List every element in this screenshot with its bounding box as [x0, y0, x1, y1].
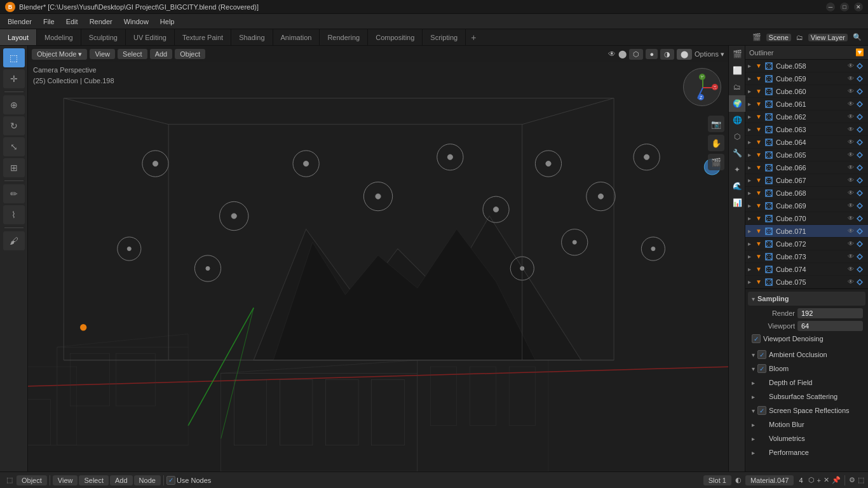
viewport-shading-render[interactable]: ⬤: [677, 49, 692, 60]
outliner-filter-icon[interactable]: 🔽: [855, 48, 864, 57]
tab-scripting[interactable]: Scripting: [423, 29, 466, 45]
outliner-item-cube-070[interactable]: ▸ ▼ Cube.070 👁: [745, 212, 868, 225]
physics-properties-tab[interactable]: 🌊: [729, 178, 745, 194]
cube-modifier-icon[interactable]: [855, 201, 864, 210]
cube-visibility-icon[interactable]: 👁: [848, 227, 854, 234]
cube-visibility-icon[interactable]: 👁: [848, 126, 854, 133]
measure-tool[interactable]: ⌇: [3, 205, 25, 224]
ao-checkbox[interactable]: ✓: [757, 350, 766, 359]
menu-blender[interactable]: Blender: [3, 17, 37, 27]
menu-file[interactable]: File: [38, 17, 60, 27]
move-tool[interactable]: ⊕: [3, 95, 25, 114]
cube-modifier-icon[interactable]: [855, 265, 864, 274]
cube-visibility-icon[interactable]: 👁: [848, 266, 854, 273]
menu-window[interactable]: Window: [119, 17, 154, 27]
paint-tool[interactable]: 🖌: [3, 231, 25, 250]
navigation-gizmo[interactable]: Y X Z: [680, 65, 724, 109]
cube-modifier-icon[interactable]: [855, 87, 864, 96]
bloom-row[interactable]: ▾ ✓ Bloom: [748, 362, 865, 376]
outliner-item-cube-072[interactable]: ▸ ▼ Cube.072 👁: [745, 238, 868, 250]
cube-modifier-icon[interactable]: [855, 176, 864, 185]
cube-visibility-icon[interactable]: 👁: [848, 189, 854, 196]
constraint-properties-tab[interactable]: 📊: [729, 194, 745, 211]
cube-modifier-icon[interactable]: [855, 240, 864, 248]
outliner-item-cube-063[interactable]: ▸ ▼ Cube.063 👁: [745, 123, 868, 136]
use-nodes-checkbox[interactable]: ✓: [166, 476, 175, 485]
bottom-view-menu[interactable]: View: [53, 475, 78, 485]
outliner-item-cube-058[interactable]: ▸ ▼ Cube.058 👁: [745, 60, 868, 72]
cube-visibility-icon[interactable]: 👁: [848, 253, 854, 260]
output-properties-tab[interactable]: ⬜: [729, 62, 745, 79]
modifier-properties-tab[interactable]: 🔧: [729, 145, 745, 161]
tab-shading[interactable]: Shading: [231, 29, 273, 45]
outliner-item-cube-062[interactable]: ▸ ▼ Cube.062 👁: [745, 111, 868, 123]
zoom-camera-button[interactable]: 📷: [708, 116, 724, 132]
pin-icon[interactable]: 📌: [832, 476, 841, 484]
search-icon[interactable]: 🔍: [850, 33, 864, 41]
menu-edit[interactable]: Edit: [61, 17, 83, 27]
tab-rendering[interactable]: Rendering: [320, 29, 368, 45]
viewport-eye-icon[interactable]: 👁: [608, 50, 616, 58]
bottom-workspace-icon[interactable]: ⬚: [4, 475, 15, 485]
performance-row[interactable]: ▸ Performance: [748, 445, 865, 459]
sampling-section-header[interactable]: ▾ Sampling: [748, 292, 865, 306]
cube-visibility-icon[interactable]: 👁: [848, 215, 854, 222]
sss-row[interactable]: ▸ Subsurface Scattering: [748, 390, 865, 403]
cube-visibility-icon[interactable]: 👁: [848, 75, 854, 82]
viewport-value[interactable]: 64: [797, 321, 863, 331]
cube-modifier-icon[interactable]: [855, 151, 864, 159]
maximize-button[interactable]: □: [840, 3, 849, 11]
annotate-tool[interactable]: ✏: [3, 184, 25, 203]
cube-visibility-icon[interactable]: 👁: [848, 151, 854, 158]
close-button[interactable]: ✕: [854, 3, 863, 11]
viewport-options-dropdown[interactable]: Options ▾: [695, 50, 724, 58]
bottom-settings-icon[interactable]: ⚙: [849, 476, 855, 484]
tab-texture-paint[interactable]: Texture Paint: [175, 29, 231, 45]
minimize-button[interactable]: ─: [826, 3, 835, 11]
bottom-object-mode[interactable]: Object: [17, 475, 47, 485]
cube-modifier-icon[interactable]: [855, 227, 864, 236]
material-copy-icon[interactable]: ⬡: [808, 476, 815, 484]
outliner-item-cube-060[interactable]: ▸ ▼ Cube.060 👁: [745, 85, 868, 98]
viewport-shading-material[interactable]: ◑: [660, 49, 674, 60]
outliner-item-cube-075[interactable]: ▸ ▼ Cube.075 👁: [745, 276, 868, 288]
tab-modeling[interactable]: Modeling: [37, 29, 81, 45]
transform-tool[interactable]: ⊞: [3, 158, 25, 177]
outliner-item-cube-065[interactable]: ▸ ▼ Cube.065 👁: [745, 149, 868, 161]
menu-render[interactable]: Render: [85, 17, 118, 27]
cube-modifier-icon[interactable]: [855, 214, 864, 223]
cube-visibility-icon[interactable]: 👁: [848, 113, 854, 120]
viewport-denoising-checkbox[interactable]: ✓: [752, 334, 761, 343]
outliner-item-cube-059[interactable]: ▸ ▼ Cube.059 👁: [745, 72, 868, 85]
material-remove-icon[interactable]: ✕: [824, 476, 829, 484]
viewport[interactable]: Object Mode ▾ View Select Add Object 👁 ⬤…: [28, 46, 728, 471]
scene-selector[interactable]: Scene: [766, 34, 791, 41]
cube-modifier-icon[interactable]: [855, 62, 864, 71]
cube-modifier-icon[interactable]: [855, 252, 864, 261]
cube-visibility-icon[interactable]: 👁: [848, 177, 854, 184]
cube-modifier-icon[interactable]: [855, 125, 864, 134]
scene-properties-tab[interactable]: 🌍: [729, 95, 745, 112]
cube-visibility-icon[interactable]: 👁: [848, 100, 854, 107]
slot-selector[interactable]: Slot 1: [703, 475, 731, 485]
rotate-tool[interactable]: ↻: [3, 116, 25, 135]
material-selector[interactable]: Material.047: [745, 475, 794, 485]
pan-view-button[interactable]: ✋: [708, 135, 724, 151]
cursor-tool[interactable]: ✛: [3, 69, 25, 88]
select-box-tool[interactable]: ⬚: [3, 48, 25, 67]
cube-visibility-icon[interactable]: 👁: [848, 202, 854, 209]
ssr-row[interactable]: ▾ ✓ Screen Space Reflections: [748, 403, 865, 417]
cube-modifier-icon[interactable]: [855, 100, 864, 109]
cube-visibility-icon[interactable]: 👁: [848, 164, 854, 171]
object-properties-tab[interactable]: ⬡: [729, 128, 745, 145]
view-layer-properties-tab[interactable]: 🗂: [729, 79, 745, 95]
cube-modifier-icon[interactable]: [855, 189, 864, 198]
outliner-item-cube-071[interactable]: ▸ ▼ Cube.071 👁: [745, 225, 868, 238]
render-value[interactable]: 192: [797, 308, 863, 318]
outliner-item-cube-068[interactable]: ▸ ▼ Cube.068 👁: [745, 187, 868, 200]
viewport-overlay-icon[interactable]: ⬤: [618, 50, 627, 58]
cube-visibility-icon[interactable]: 👁: [848, 240, 854, 247]
cube-visibility-icon[interactable]: 👁: [848, 62, 854, 69]
cube-modifier-icon[interactable]: [855, 163, 864, 172]
cube-modifier-icon[interactable]: [855, 74, 864, 83]
